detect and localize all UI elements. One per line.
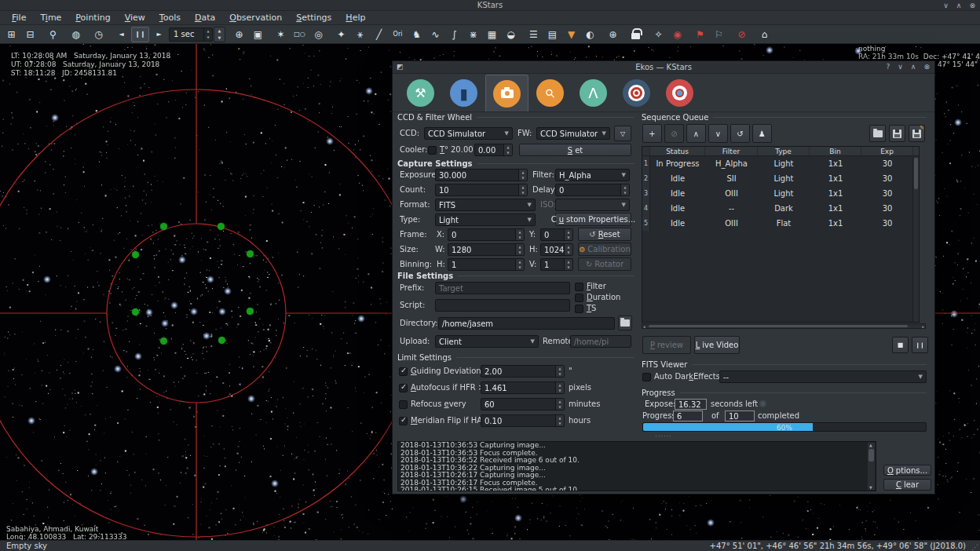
set-geographic-location-icon[interactable]: ◍ (67, 27, 85, 42)
minimize-icon[interactable]: ∨ (943, 2, 949, 9)
filter-combobox[interactable]: H_Alpha ▼ (555, 169, 630, 181)
custom-properties-button[interactable]: Custom Properties... (555, 213, 631, 226)
format-combobox[interactable]: FITS ▼ (435, 199, 536, 211)
table-horizontal-scrollbar[interactable]: ◂ ▸ (642, 323, 926, 329)
observation-flag-icon[interactable]: ⚑ (691, 27, 709, 42)
tab-scheduler[interactable]: ▮ (442, 75, 485, 111)
spinner-buttons[interactable] (515, 259, 524, 270)
type-combobox[interactable]: Light ▼ (435, 213, 536, 226)
spinner-buttons[interactable] (564, 244, 572, 255)
menu-help[interactable]: Help (338, 12, 372, 24)
menu-observation[interactable]: Observation (222, 12, 289, 24)
directory-input[interactable]: /home/jasem (438, 317, 615, 330)
reset-jobs-button[interactable]: ↺ (730, 124, 750, 143)
spinner-buttons[interactable] (503, 144, 512, 155)
spinner-buttons[interactable] (555, 415, 564, 426)
tab-mount[interactable]: Λ (572, 75, 615, 111)
spinner-buttons[interactable] (555, 366, 564, 377)
size-h-spinbox[interactable]: 1024 (540, 243, 573, 256)
delay-spinbox[interactable]: 0 (555, 184, 630, 196)
menu-pointing[interactable]: Pointing (68, 12, 117, 24)
maximize-icon[interactable]: ∧ (911, 63, 916, 71)
eyepiece-view-icon[interactable]: ◐ (581, 27, 599, 42)
browse-directory-button[interactable] (618, 316, 632, 330)
auto-dark-checkbox[interactable] (642, 373, 651, 381)
binning-h-spinbox[interactable]: 1 (448, 258, 525, 271)
column-exp[interactable]: Exp (861, 147, 913, 155)
scroll-up-icon[interactable]: ▲ (869, 443, 872, 447)
time-step-spinner[interactable] (203, 28, 212, 41)
autofocus-hfr-spinbox[interactable]: 1.461 (481, 381, 565, 394)
binning-v-spinbox[interactable]: 1 (540, 258, 573, 271)
table-vertical-scrollbar[interactable] (912, 157, 919, 322)
show-constellation-art-icon[interactable]: ♞ (408, 27, 426, 42)
tab-capture[interactable] (485, 75, 528, 111)
time-step-updown-buttons[interactable]: ▲▼ (214, 27, 225, 42)
help-icon[interactable]: ? (886, 63, 890, 71)
close-icon[interactable]: ⊗ (969, 2, 975, 9)
save-sequence-as-button[interactable]: ✎ (909, 125, 925, 142)
show-deep-sky-objects-icon[interactable]: □○ (291, 27, 309, 42)
fw-combobox[interactable]: CCD Simulator ▼ (536, 127, 610, 140)
menu-time[interactable]: Time (33, 12, 68, 24)
step-forward-icon[interactable]: ► (150, 27, 168, 42)
minimize-icon[interactable]: ∨ (898, 63, 903, 71)
scroll-down-icon[interactable]: ▼ (869, 485, 872, 490)
spinner-buttons[interactable] (564, 259, 572, 270)
size-w-spinbox[interactable]: 1280 (448, 243, 525, 256)
pause-icon[interactable]: ❙❙ (131, 27, 149, 42)
sky-image-overlay-icon[interactable]: ▣ (249, 27, 267, 42)
stop-button[interactable]: ■ (892, 337, 909, 353)
observation-planner-icon[interactable]: ▤ (543, 27, 561, 42)
show-horizontal-grid-icon[interactable]: ▦ (483, 27, 501, 42)
open-sequence-button[interactable] (869, 125, 886, 142)
options-button[interactable]: Options... (883, 465, 931, 476)
spinner-buttons[interactable] (555, 382, 564, 393)
refocus-every-checkbox[interactable] (399, 400, 408, 409)
filter-suffix-checkbox[interactable] (575, 283, 583, 291)
script-input[interactable] (435, 299, 570, 312)
find-object-icon[interactable]: ⚲ (44, 27, 62, 42)
sequence-queue-table[interactable]: Status Filter Type Bin Exp 1 In Progress… (642, 146, 920, 323)
exposure-spinbox[interactable]: 30.000 (435, 169, 528, 181)
guiding-deviation-checkbox[interactable] (399, 367, 408, 376)
fov-symbol-icon[interactable]: ⊕ (604, 27, 622, 42)
upload-combobox[interactable]: Client ▼ (435, 335, 539, 348)
time-step-spinbox[interactable]: 1 sec (169, 27, 213, 42)
pause-sequence-button[interactable]: ❙❙ (912, 337, 928, 353)
menu-file[interactable]: File (5, 12, 33, 24)
ts-suffix-checkbox[interactable] (575, 305, 583, 313)
frame-y-spinbox[interactable]: 0 (540, 228, 573, 241)
show-constellation-names-icon[interactable]: Ori (389, 27, 407, 42)
column-type[interactable]: Type (758, 147, 810, 155)
table-row[interactable]: 5 Idle OIII Flat 1x1 30 (642, 216, 919, 231)
resize-grip-icon[interactable]: ⋰ (971, 543, 978, 551)
move-job-up-button[interactable]: ∧ (686, 124, 706, 143)
autofocus-hfr-checkbox[interactable] (399, 384, 408, 392)
reset-frame-button[interactable]: ↺ Reset (578, 228, 631, 241)
show-horizon-icon[interactable]: ◒ (502, 27, 520, 42)
meridian-flip-checkbox[interactable] (399, 417, 408, 425)
tab-align[interactable] (615, 75, 658, 111)
tab-setup[interactable]: ⚒ (399, 75, 442, 111)
observatory-dome-icon[interactable]: ⌂ (755, 27, 773, 42)
spinner-buttons[interactable] (518, 184, 527, 195)
spinner-buttons[interactable] (555, 399, 564, 410)
show-satellites-icon[interactable]: ⚹ (351, 27, 369, 42)
scroll-left-icon[interactable]: ◂ (643, 324, 645, 329)
spinner-buttons[interactable] (620, 184, 629, 195)
live-video-button[interactable]: Live Video (694, 336, 740, 354)
center-telescope-icon[interactable]: ⊕ (230, 27, 248, 42)
table-row[interactable]: 3 Idle OIII Light 1x1 30 (642, 186, 919, 201)
table-row[interactable]: 4 Idle -- Dark 1x1 30 (642, 201, 919, 216)
column-bin[interactable]: Bin (810, 147, 861, 155)
tab-focus[interactable]: ⚲ (528, 75, 572, 111)
log-scrollbar[interactable]: ▲ ▼ (868, 443, 875, 490)
refocus-every-spinbox[interactable]: 60 (481, 398, 565, 411)
do-not-track-icon[interactable]: ⊘ (733, 27, 751, 42)
step-backward-icon[interactable]: ◄ (112, 27, 130, 42)
menu-settings[interactable]: Settings (289, 12, 338, 24)
tab-guide[interactable] (658, 75, 701, 111)
whats-interesting-icon[interactable]: ☰ (525, 27, 543, 42)
ccd-combobox[interactable]: CCD Simulator ▼ (424, 127, 513, 140)
